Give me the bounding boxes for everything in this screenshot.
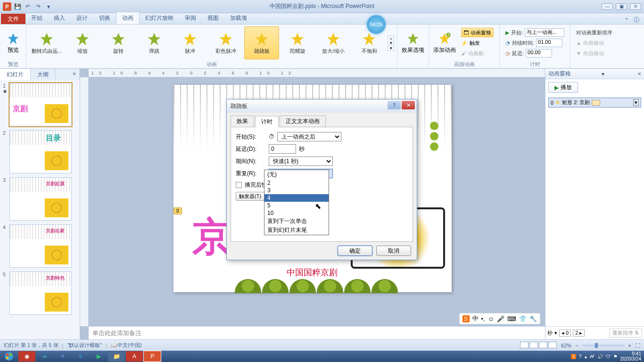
taskbar-app-1[interactable]: ◉: [18, 351, 35, 362]
timing-duration-input[interactable]: 01.00: [536, 39, 562, 47]
dropdown-option[interactable]: 直到下一次单击: [264, 217, 329, 226]
animation-gallery-item[interactable]: 放大/缩小: [316, 26, 351, 59]
dialog-tab-text[interactable]: 正文文本动画: [280, 115, 326, 127]
tray-volume-icon[interactable]: 🔊: [597, 354, 603, 359]
dropdown-option[interactable]: 直到幻灯片末尾: [264, 226, 329, 235]
preview-button[interactable]: 预览: [3, 30, 23, 56]
ime-skin-icon[interactable]: 👕: [519, 315, 527, 322]
reading-view-icon[interactable]: [539, 342, 547, 348]
timing-start-dropdown[interactable]: 与上一动画...: [525, 28, 564, 37]
dlg-delay-input[interactable]: [269, 144, 296, 154]
trigger-expand-button[interactable]: 触发器(T): [236, 192, 264, 201]
redo-icon[interactable]: ↷: [34, 2, 42, 11]
animation-gallery-item[interactable]: 陀螺旋: [280, 26, 315, 59]
slide-thumbnail[interactable]: 京剧名家: [9, 224, 72, 268]
dropdown-option[interactable]: 2: [264, 179, 329, 187]
taskbar-app-5[interactable]: ▶: [90, 351, 107, 362]
taskbar-app-3[interactable]: ✈: [54, 351, 71, 362]
tab-outline[interactable]: 大纲: [31, 69, 56, 80]
help-icon[interactable]: ⓘ: [634, 16, 639, 24]
animation-gallery-item[interactable]: 跷跷板: [244, 26, 279, 59]
tray-sogou-icon[interactable]: S: [571, 354, 576, 359]
qat-dropdown-icon[interactable]: ▾: [44, 2, 53, 11]
dropdown-option[interactable]: 4: [264, 194, 329, 202]
spellcheck-icon[interactable]: 📖: [111, 342, 117, 348]
tab-slides[interactable]: 幻灯片: [0, 69, 31, 80]
animation-gallery-item[interactable]: 彩色脉冲: [208, 26, 243, 59]
dropdown-option[interactable]: (无): [264, 170, 329, 179]
dialog-tab-effect[interactable]: 效果: [231, 115, 254, 127]
tab-view[interactable]: 视图: [202, 12, 224, 24]
taskbar-app-4[interactable]: e: [72, 351, 89, 362]
timing-delay-input[interactable]: 00.00: [526, 49, 552, 58]
tab-review[interactable]: 审阅: [179, 12, 202, 24]
gallery-down-icon[interactable]: ▾: [388, 41, 394, 45]
gallery-up-icon[interactable]: ▴: [388, 36, 394, 41]
move-later-button[interactable]: ▼ 向后移动: [576, 49, 612, 58]
sorter-view-icon[interactable]: [529, 342, 538, 348]
tab-animations[interactable]: 动画: [116, 12, 140, 24]
tray-help-icon[interactable]: ?: [579, 354, 582, 359]
slide-thumbnail[interactable]: 京剧: [9, 83, 72, 126]
tray-up-icon[interactable]: ▴: [585, 354, 587, 359]
slide-thumbnail[interactable]: 目录: [9, 130, 72, 173]
notes-pane[interactable]: 单击此处添加备注: [89, 326, 545, 339]
start-button[interactable]: [0, 351, 18, 362]
fit-window-button[interactable]: ⛶: [635, 343, 640, 348]
tray-network-icon[interactable]: 🛡: [606, 354, 611, 359]
dialog-tab-timing[interactable]: 计时: [255, 116, 279, 127]
panel-close-button[interactable]: ×: [66, 69, 80, 80]
tray-battery-icon[interactable]: 🗲: [590, 354, 594, 359]
animation-pane-close[interactable]: ×: [638, 71, 641, 77]
animation-gallery-item[interactable]: 弹跳: [137, 26, 172, 59]
ime-tool-icon[interactable]: 🔧: [529, 315, 537, 322]
save-icon[interactable]: 💾: [13, 2, 22, 11]
animation-gallery-item[interactable]: 旋转: [101, 26, 136, 59]
taskbar-pdf[interactable]: A: [126, 351, 143, 362]
tray-clock[interactable]: 9:41 2020/3/24: [620, 351, 642, 362]
dropdown-option[interactable]: 5: [264, 202, 329, 209]
slide-subtitle[interactable]: 中国国粹京剧: [287, 267, 338, 278]
move-earlier-button[interactable]: ▲ 向前移动: [576, 38, 612, 48]
minimize-button[interactable]: —: [602, 3, 613, 10]
taskbar-explorer[interactable]: 📁: [108, 351, 125, 362]
tab-insert[interactable]: 插入: [48, 12, 71, 24]
dropdown-option[interactable]: 10: [264, 209, 329, 217]
reorder-button[interactable]: 重新排序 ⇅: [609, 329, 642, 337]
dropdown-option[interactable]: 3: [264, 187, 329, 194]
zoom-percent[interactable]: 62%: [561, 343, 571, 348]
animation-gallery-item[interactable]: 脉冲: [173, 26, 207, 59]
trigger-button[interactable]: ⚡ 触发: [461, 38, 494, 48]
taskbar-app-2[interactable]: ∞: [36, 351, 53, 362]
animation-painter-button[interactable]: 🖌 动画刷: [461, 49, 494, 58]
tab-transitions[interactable]: 切换: [93, 12, 116, 24]
animation-pane-button[interactable]: 🗔 动画窗格: [461, 28, 494, 37]
ime-face-icon[interactable]: ☺: [488, 315, 494, 322]
animation-list-item[interactable]: 0 ★ 矩形 2: 京剧 ▾: [548, 98, 641, 107]
dialog-close-button[interactable]: ✕: [402, 101, 415, 109]
tab-addins[interactable]: 加载项: [224, 12, 253, 24]
ime-keyboard-icon[interactable]: ⌨: [507, 315, 516, 322]
slide-thumbnail[interactable]: 京剧起源: [9, 177, 72, 221]
gallery-more-icon[interactable]: ▾: [388, 45, 394, 50]
restore-button[interactable]: ▣: [616, 3, 627, 10]
add-animation-button[interactable]: + 添加动画: [432, 30, 457, 56]
ribbon-minimize-icon[interactable]: ⌃: [624, 17, 629, 24]
dlg-duration-select[interactable]: 快速(1 秒): [269, 156, 333, 166]
dlg-start-select[interactable]: 上一动画之后: [277, 132, 341, 141]
cancel-button[interactable]: 取消: [376, 246, 411, 256]
status-language[interactable]: 中文(中国): [117, 342, 141, 349]
animation-gallery-item[interactable]: 缩放: [65, 26, 100, 59]
tab-home[interactable]: 开始: [25, 12, 48, 24]
ime-lang[interactable]: 中: [472, 314, 479, 323]
undo-icon[interactable]: ↶: [24, 2, 32, 11]
tab-slideshow[interactable]: 幻灯片放映: [140, 12, 179, 24]
zoom-out-button[interactable]: −: [575, 343, 578, 348]
dialog-help-button[interactable]: ?: [388, 101, 401, 109]
zoom-slider[interactable]: [582, 345, 625, 346]
animation-tag[interactable]: 0: [173, 207, 182, 214]
taskbar-powerpoint[interactable]: P: [144, 351, 161, 362]
anim-item-dropdown-icon[interactable]: ▾: [633, 99, 639, 106]
file-tab[interactable]: 文件: [1, 14, 25, 24]
play-animation-button[interactable]: ▶ 播放: [548, 82, 578, 93]
